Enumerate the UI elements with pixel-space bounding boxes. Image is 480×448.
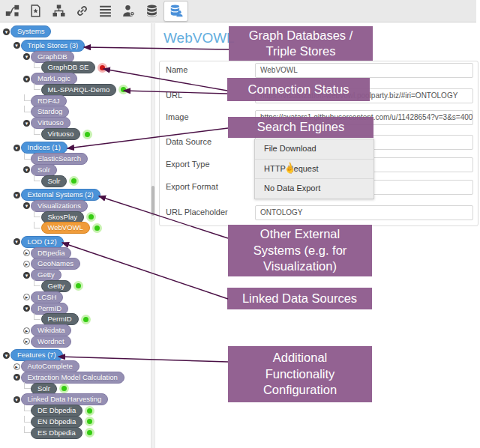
tree-item-autocomplete[interactable]: AutoComplete [21, 360, 80, 372]
tree-connector [24, 405, 31, 411]
tree-item-wikidata[interactable]: Wikidata [31, 324, 71, 336]
tree-item-rdf4j[interactable]: RDF4J [31, 95, 67, 107]
collapse-toggle-icon[interactable]: ▾ [3, 352, 10, 359]
collapse-toggle-icon[interactable]: ▾ [3, 28, 10, 35]
url-placeholder-input[interactable]: ONTOLOGY [255, 205, 473, 220]
tree-connector [24, 106, 31, 112]
status-connected-icon [71, 178, 76, 184]
export-type-dropdown: File DownloadHTTP RequestNo Data Export [254, 139, 374, 199]
tree-item-virtuoso[interactable]: Virtuoso [41, 128, 81, 140]
status-connected-icon [94, 225, 100, 231]
tree-item-triple-stores-3[interactable]: Triple Stores (3) [21, 40, 86, 52]
status-connected-icon [83, 317, 88, 322]
status-connected-icon [87, 430, 92, 435]
tree-item-de-dbpedia[interactable]: DE Dbpedia [31, 405, 82, 417]
toolbar [0, 0, 476, 22]
status-connected-icon [88, 214, 94, 220]
toolbar-button-database[interactable] [140, 1, 164, 21]
collapse-toggle-icon[interactable]: ▾ [14, 192, 20, 199]
tree-connector [24, 382, 31, 389]
tree-item-webvowl[interactable]: WebVOWL [41, 222, 90, 234]
toolbar-button-list[interactable] [94, 1, 117, 21]
tree-connector [34, 83, 40, 90]
status-connected-icon [87, 419, 92, 424]
collapse-toggle-icon[interactable]: ▾ [23, 202, 30, 209]
tree-item-stardog[interactable]: Stardog [31, 106, 69, 118]
tree-row: ▾MarkLogic [0, 73, 150, 85]
collapse-toggle-icon[interactable]: ▾ [14, 238, 20, 245]
tree-item-elasticsearch[interactable]: ElasticSearch [31, 153, 88, 165]
tree-item-lcsh[interactable]: LCSH [31, 291, 63, 303]
toolbar-button-graph-route[interactable] [1, 1, 24, 21]
tree-row: WebVOWL [0, 223, 150, 234]
expand-toggle-icon[interactable]: ▸ [23, 249, 30, 256]
tree-item-skosplay[interactable]: SkosPlay [41, 211, 85, 223]
toolbar-button-database-user[interactable] [164, 1, 188, 22]
tree-item-ml-sparql-demo[interactable]: ML-SPARQL-Demo [41, 84, 117, 96]
annotation-callout: Other External Systems (e.g. for Visuali… [228, 225, 372, 276]
tree-connector [24, 153, 31, 160]
field-label-url-placeholder: URL Placeholder [166, 208, 250, 217]
list-icon [98, 4, 112, 18]
tree-connector [24, 416, 31, 423]
toolbar-button-sitemap[interactable] [47, 1, 70, 21]
tree-item-graphdb-se[interactable]: GraphDB SE [41, 61, 96, 73]
tree-row: ▾Systems [0, 26, 150, 37]
tree-item-wordnet[interactable]: Wordnet [31, 336, 71, 348]
tree-scrollbar-thumb[interactable] [152, 186, 154, 216]
dropdown-option-file-download[interactable]: File Download [255, 139, 374, 159]
expand-toggle-icon[interactable]: ▸ [23, 261, 30, 267]
tree-row: ElasticSearch [0, 154, 150, 165]
sitemap-icon [52, 4, 66, 18]
tree-item-en-dbpedia[interactable]: EN Dbpedia [31, 416, 82, 428]
tree-row: RDF4J [0, 95, 150, 106]
toolbar-button-link[interactable] [70, 1, 94, 21]
status-connected-icon [121, 87, 126, 92]
tree-item-dbpedia[interactable]: DBpedia [31, 247, 71, 259]
tree-item-systems[interactable]: Systems [10, 25, 51, 37]
tree-row: ▾Triple Stores (3) [0, 40, 150, 51]
expand-toggle-icon[interactable]: ▸ [23, 327, 30, 334]
expand-toggle-icon[interactable]: ▸ [23, 294, 30, 300]
expand-toggle-icon[interactable]: ▸ [14, 363, 20, 370]
tree-item-linked-data-harvesting[interactable]: Linked Data Harvesting [21, 393, 109, 405]
expand-toggle-icon[interactable]: ▸ [23, 338, 30, 345]
tree-item-getty[interactable]: Getty [41, 280, 72, 292]
tree-item-es-dbpedia[interactable]: ES Dbpedia [31, 427, 82, 439]
tree-row: PermID [0, 314, 150, 325]
dropdown-option-http-request[interactable]: HTTP Request [255, 159, 374, 179]
tree-row: ▾LOD (12) [0, 236, 150, 247]
annotation-callout: Linked Data Sources [227, 288, 372, 309]
collapse-toggle-icon[interactable]: ▾ [23, 120, 30, 127]
collapse-toggle-icon[interactable]: ▾ [14, 374, 20, 381]
tree-row: Solr [0, 383, 150, 394]
dropdown-option-no-data-export[interactable]: No Data Export [255, 178, 374, 199]
tree-row: ▾Features (7) [0, 350, 150, 361]
field-label-export-type: Export Type [166, 160, 250, 169]
toolbar-button-user-settings[interactable] [117, 1, 140, 21]
tree-item-solr[interactable]: Solr [31, 383, 57, 395]
app-window: ▾Systems▾Triple Stores (3)▾GraphDBGraphD… [0, 0, 480, 448]
collapse-toggle-icon[interactable]: ▾ [23, 53, 30, 60]
tree-row: GraphDB SE [0, 62, 150, 73]
collapse-toggle-icon[interactable]: ▾ [14, 42, 20, 49]
field-label-export-format: Export Format [166, 182, 250, 191]
tree-item-lod-12[interactable]: LOD (12) [21, 236, 64, 248]
tree-item-external-systems-2[interactable]: External Systems (2) [21, 189, 100, 201]
collapse-toggle-icon[interactable]: ▾ [23, 76, 30, 82]
collapse-toggle-icon[interactable]: ▾ [14, 396, 20, 403]
tree-row: ▸Wordnet [0, 336, 150, 348]
collapse-toggle-icon[interactable]: ▾ [14, 145, 20, 151]
tree-item-permid[interactable]: PermID [41, 313, 79, 325]
field-label-data-source: Data Source [166, 137, 250, 146]
tree-item-features-7[interactable]: Features (7) [10, 349, 63, 361]
collapse-toggle-icon[interactable]: ▾ [23, 272, 30, 279]
collapse-toggle-icon[interactable]: ▾ [23, 305, 30, 312]
tree-item-extraction-model-calculation[interactable]: Extraction Model Calculation [21, 372, 124, 384]
toolbar-button-document-star[interactable] [24, 1, 47, 21]
tree-item-solr[interactable]: Solr [41, 175, 68, 187]
collapse-toggle-icon[interactable]: ▾ [23, 166, 30, 173]
name-input[interactable]: WebVOWL [255, 63, 473, 78]
tree-row: DE Dbpedia [0, 405, 150, 417]
tree-item-geonames[interactable]: GeoNames [31, 258, 80, 270]
